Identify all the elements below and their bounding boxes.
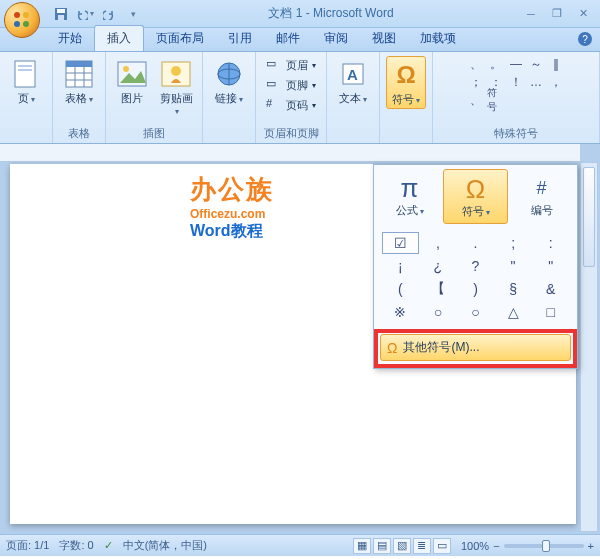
tab-insert[interactable]: 插入 <box>94 25 144 51</box>
status-words[interactable]: 字数: 0 <box>59 538 93 553</box>
equation-button[interactable]: π 公式 <box>378 169 441 224</box>
symbol-dd-button[interactable]: Ω 符号 <box>443 169 508 224</box>
save-icon[interactable] <box>52 5 70 23</box>
symbol-cell[interactable]: " <box>495 255 532 277</box>
watermark: 办公族 Officezu.com Word教程 <box>190 172 274 242</box>
omega-small-icon: Ω <box>387 340 397 356</box>
window-title: 文档 1 - Microsoft Word <box>142 5 520 22</box>
group-text: A 文本 <box>327 52 380 143</box>
symbol-cell[interactable]: ¿ <box>420 255 457 277</box>
zoom-in-button[interactable]: + <box>588 540 594 552</box>
symbol-cell[interactable]: & <box>532 278 569 300</box>
zoom-level[interactable]: 100% <box>461 540 489 552</box>
textbox-button[interactable]: A 文本 <box>333 56 373 107</box>
link-label: 链接 <box>215 92 243 105</box>
clipart-button[interactable]: 剪贴画 <box>156 56 196 119</box>
more-symbols-button[interactable]: Ω 其他符号(M)... <box>380 334 571 361</box>
close-button[interactable]: ✕ <box>572 6 594 22</box>
page-icon <box>10 58 42 90</box>
group-text-label <box>351 127 354 141</box>
footer-icon: ▭ <box>266 77 282 93</box>
group-links: 链接 <box>203 52 256 143</box>
textbox-label: 文本 <box>339 92 367 105</box>
number-icon: # <box>536 173 546 203</box>
symbol-cell[interactable]: " <box>532 255 569 277</box>
group-illustrations-label: 插图 <box>143 124 165 141</box>
symbol-cell[interactable]: : <box>532 232 569 254</box>
zoom-out-button[interactable]: − <box>493 540 499 552</box>
status-page[interactable]: 页面: 1/1 <box>6 538 49 553</box>
symbol-cell[interactable]: ☑ <box>382 232 419 254</box>
zoom-slider[interactable] <box>504 544 584 548</box>
symbol-cell[interactable]: ○ <box>457 301 494 323</box>
symbol-cell[interactable]: ( <box>382 278 419 300</box>
ribbon: 页 表格 表格 图片 剪贴画 插图 <box>0 52 600 144</box>
header-icon: ▭ <box>266 57 282 73</box>
svg-point-0 <box>14 12 20 18</box>
symbol-cell[interactable]: ○ <box>420 301 457 323</box>
svg-point-19 <box>171 66 181 76</box>
svg-rect-7 <box>15 61 35 87</box>
symbol-cell[interactable]: □ <box>532 301 569 323</box>
svg-point-3 <box>23 21 29 27</box>
view-web-icon[interactable]: ▧ <box>393 538 411 554</box>
symbol-cell[interactable]: ※ <box>382 301 419 323</box>
tab-view[interactable]: 视图 <box>360 26 408 51</box>
symbol-label: 符号 <box>392 93 420 106</box>
symbol-cell[interactable]: ¡ <box>382 255 419 277</box>
footer-button[interactable]: ▭页脚▾ <box>262 76 320 94</box>
symbol-cell[interactable]: 【 <box>420 278 457 300</box>
tab-mailings[interactable]: 邮件 <box>264 26 312 51</box>
symbol-cell[interactable]: § <box>495 278 532 300</box>
svg-point-2 <box>14 21 20 27</box>
svg-rect-5 <box>57 9 65 13</box>
qat-customize-icon[interactable]: ▾ <box>124 5 142 23</box>
pagenum-button[interactable]: #页码▾ <box>262 96 320 114</box>
status-lang[interactable]: 中文(简体，中国) <box>123 538 207 553</box>
zoom-thumb[interactable] <box>542 540 550 552</box>
scrollbar-thumb[interactable] <box>583 167 595 267</box>
symbol-cell[interactable]: ? <box>457 255 494 277</box>
symbol-button[interactable]: Ω 符号 <box>386 56 426 109</box>
omega-icon: Ω <box>390 59 422 91</box>
view-fullscreen-icon[interactable]: ▤ <box>373 538 391 554</box>
picture-button[interactable]: 图片 <box>112 56 152 106</box>
view-buttons: ▦ ▤ ▧ ≣ ▭ <box>353 538 451 554</box>
symbol-cell[interactable]: ; <box>495 232 532 254</box>
view-draft-icon[interactable]: ▭ <box>433 538 451 554</box>
vertical-scrollbar[interactable] <box>580 162 598 532</box>
redo-icon[interactable] <box>100 5 118 23</box>
svg-point-17 <box>123 66 129 72</box>
tab-references[interactable]: 引用 <box>216 26 264 51</box>
clipart-icon <box>160 58 192 90</box>
tab-pagelayout[interactable]: 页面布局 <box>144 26 216 51</box>
view-outline-icon[interactable]: ≣ <box>413 538 431 554</box>
tab-addins[interactable]: 加载项 <box>408 26 468 51</box>
help-icon[interactable]: ? <box>578 32 592 46</box>
symbol-cell[interactable]: △ <box>495 301 532 323</box>
undo-icon[interactable] <box>76 5 94 23</box>
minimize-button[interactable]: ─ <box>520 6 542 22</box>
table-label: 表格 <box>65 92 93 105</box>
symbol-cell[interactable]: . <box>457 232 494 254</box>
number-button[interactable]: # 编号 <box>510 169 573 224</box>
svg-point-1 <box>23 12 29 18</box>
tab-home[interactable]: 开始 <box>46 26 94 51</box>
title-bar: ▾ 文档 1 - Microsoft Word ─ ❐ ✕ <box>0 0 600 28</box>
symbol-grid: ☑ , . ; : ¡ ¿ ? " " ( 【 ) § & ※ ○ ○ △ □ <box>374 228 577 329</box>
symbol-cell[interactable]: , <box>420 232 457 254</box>
link-button[interactable]: 链接 <box>209 56 249 107</box>
special-symbols-grid[interactable]: 、 。 — ～ ‖ ； ： ！ … ， 、 符号 <box>467 56 565 108</box>
group-pages-label <box>24 127 27 141</box>
tab-review[interactable]: 审阅 <box>312 26 360 51</box>
office-button[interactable] <box>4 2 40 38</box>
header-button[interactable]: ▭页眉▾ <box>262 56 320 74</box>
table-button[interactable]: 表格 <box>59 56 99 107</box>
view-print-icon[interactable]: ▦ <box>353 538 371 554</box>
restore-button[interactable]: ❐ <box>546 6 568 22</box>
page-button[interactable]: 页 <box>6 56 46 107</box>
symbol-cell[interactable]: ) <box>457 278 494 300</box>
horizontal-ruler[interactable] <box>0 144 580 162</box>
group-specialchars: 、 。 — ～ ‖ ； ： ！ … ， 、 符号 特殊符号 <box>433 52 600 143</box>
status-proofing-icon[interactable]: ✓ <box>104 539 113 552</box>
